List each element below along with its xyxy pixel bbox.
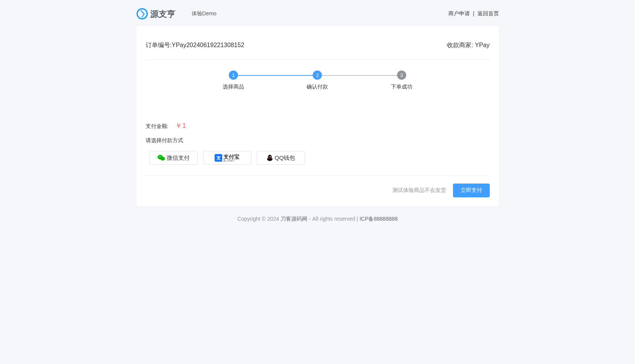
merchant-apply-link[interactable]: 商户申请 <box>448 10 470 16</box>
alipay-sublabel: ALIPAY <box>223 159 240 162</box>
wechat-pay-option[interactable]: 微信支付 <box>149 151 198 165</box>
order-info-row: 订单编号:YPay20240619221308152 收款商家: YPay <box>146 41 490 60</box>
copyright-prefix: Copyright © 2024 <box>237 216 281 222</box>
alipay-option[interactable]: 支 支付宝 ALIPAY <box>203 151 251 165</box>
amount-row: 支付金额: ￥1 <box>146 121 490 130</box>
svg-point-11 <box>271 158 272 160</box>
svg-point-4 <box>159 156 160 157</box>
progress-steps: 1 选择商品 2 确认付款 3 下单成功 <box>146 71 490 90</box>
svg-point-5 <box>161 156 161 157</box>
merchant-value: YPay <box>475 42 489 48</box>
order-number-label: 订单编号: <box>146 42 172 48</box>
site-name-link[interactable]: 刀客源码网 <box>281 216 307 222</box>
card-footer: 测试体验商品不会发货 立即支付 <box>146 184 490 197</box>
step-1: 1 选择商品 <box>192 71 276 90</box>
brand-logo: 源支亨 <box>136 7 186 21</box>
step-3-circle: 3 <box>397 71 406 80</box>
alipay-icon: 支 <box>215 154 222 162</box>
wechat-icon <box>158 154 165 161</box>
page-header: 源支亨 体验Demo 商户申请 | 返回首页 <box>136 0 499 26</box>
svg-point-9 <box>270 156 271 157</box>
order-number-value: YPay20240619221308152 <box>172 42 244 48</box>
step-3: 3 下单成功 <box>359 71 443 90</box>
payment-method-title: 请选择付款方式 <box>146 137 490 144</box>
svg-point-10 <box>267 158 268 160</box>
step-2: 2 确认付款 <box>276 71 359 90</box>
step-1-circle: 1 <box>229 71 238 80</box>
step-2-circle: 2 <box>313 71 322 80</box>
step-2-title: 确认付款 <box>307 84 328 90</box>
svg-text:源支亨: 源支亨 <box>150 9 176 19</box>
demo-label: 体验Demo <box>192 10 217 17</box>
step-1-title: 选择商品 <box>223 84 244 90</box>
svg-point-8 <box>269 156 269 157</box>
header-right: 商户申请 | 返回首页 <box>448 10 499 17</box>
back-home-link[interactable]: 返回首页 <box>477 10 499 16</box>
order-number: 订单编号:YPay20240619221308152 <box>146 41 244 49</box>
merchant-label: 收款商家: <box>447 42 473 48</box>
qq-wallet-label: QQ钱包 <box>275 154 295 162</box>
amount-label: 支付金额: <box>146 123 169 130</box>
nav-separator: | <box>473 10 474 16</box>
pay-now-button[interactable]: 立即支付 <box>453 184 490 197</box>
amount-value: ￥1 <box>175 121 186 130</box>
wechat-pay-label: 微信支付 <box>167 154 190 162</box>
step-3-title: 下单成功 <box>391 84 412 90</box>
header-left: 源支亨 体验Demo <box>136 7 217 21</box>
svg-point-3 <box>160 157 165 161</box>
shipping-notice: 测试体验商品不会发货 <box>392 187 446 194</box>
payment-methods: 微信支付 支 支付宝 ALIPAY <box>146 151 490 176</box>
icp-link[interactable]: ICP备88888888 <box>359 216 398 222</box>
alipay-label: 支付宝 <box>223 154 240 159</box>
payment-card: 订单编号:YPay20240619221308152 收款商家: YPay 1 … <box>136 26 499 207</box>
merchant-info: 收款商家: YPay <box>447 41 489 49</box>
copyright: Copyright © 2024 刀客源码网 - All rights rese… <box>136 213 499 226</box>
rights-text: - All rights reserved | <box>307 216 359 222</box>
qq-icon <box>266 154 273 161</box>
qq-wallet-option[interactable]: QQ钱包 <box>257 151 305 165</box>
